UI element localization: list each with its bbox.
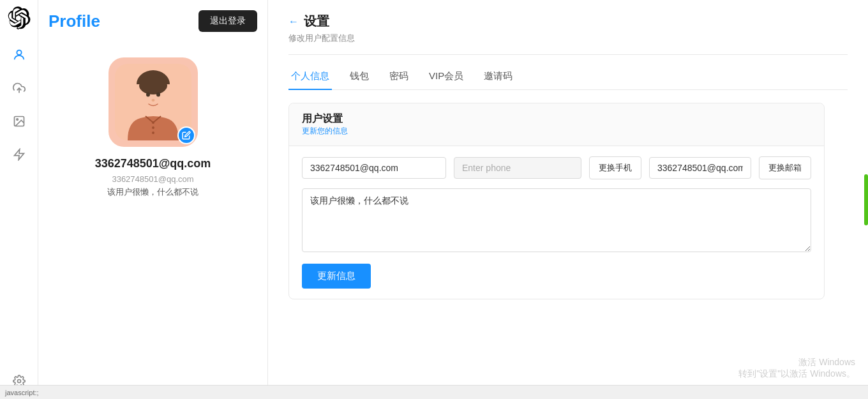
back-arrow[interactable]: ← xyxy=(288,16,299,27)
header-divider xyxy=(288,54,848,55)
bio-textarea[interactable]: 该用户很懒，什么都不说 xyxy=(302,188,811,252)
sidebar-item-profile[interactable] xyxy=(8,43,31,66)
page-nav: ← 设置 xyxy=(288,13,848,30)
email-input[interactable] xyxy=(302,157,446,179)
avatar-container xyxy=(108,57,198,147)
settings-card-body: 更换手机 更换邮箱 该用户很懒，什么都不说 更新信息 xyxy=(289,146,824,299)
svg-point-15 xyxy=(151,99,154,102)
tab-wallet[interactable]: 钱包 xyxy=(347,65,371,90)
page-title: 设置 xyxy=(304,13,329,30)
tab-vip[interactable]: VIP会员 xyxy=(426,65,466,90)
status-text: javascript:; xyxy=(5,389,39,396)
settings-card: 用户设置 更新您的信息 更换手机 更换邮箱 该用户很懒，什么都不说 更新信息 xyxy=(288,103,825,299)
svg-point-14 xyxy=(156,93,160,97)
profile-header: Profile 退出登录 xyxy=(49,10,257,32)
page-subtitle: 修改用户配置信息 xyxy=(288,33,848,44)
sidebar-item-lightning[interactable] xyxy=(8,143,31,166)
logo-icon[interactable] xyxy=(8,6,31,29)
update-info-button[interactable]: 更新信息 xyxy=(302,264,371,289)
change-email-button[interactable]: 更换邮箱 xyxy=(759,156,811,179)
svg-point-19 xyxy=(152,132,154,134)
svg-point-0 xyxy=(17,50,21,55)
email-change-input[interactable] xyxy=(649,157,751,179)
avatar-edit-badge[interactable] xyxy=(177,126,195,144)
profile-email-main: 3362748501@qq.com xyxy=(95,157,211,170)
settings-card-subtitle: 更新您的信息 xyxy=(302,126,811,137)
scrollbar-indicator[interactable] xyxy=(864,174,868,225)
status-bar: javascript:; xyxy=(0,385,868,399)
profile-title: Profile xyxy=(49,11,100,31)
svg-rect-16 xyxy=(148,107,158,117)
svg-point-3 xyxy=(16,119,17,121)
profile-bio: 该用户很懒，什么都不说 xyxy=(107,186,198,198)
tab-invite[interactable]: 邀请码 xyxy=(481,65,515,90)
svg-marker-4 xyxy=(14,149,24,160)
svg-point-13 xyxy=(146,93,150,97)
logout-button[interactable]: 退出登录 xyxy=(198,10,257,32)
svg-point-11 xyxy=(164,93,170,102)
profile-panel: Profile 退出登录 xyxy=(38,0,268,399)
sidebar xyxy=(0,0,38,399)
sidebar-item-upload[interactable] xyxy=(8,77,31,100)
sidebar-item-gallery[interactable] xyxy=(8,110,31,133)
svg-point-18 xyxy=(152,126,154,129)
phone-input[interactable] xyxy=(454,157,581,179)
svg-point-12 xyxy=(139,77,167,94)
settings-card-title: 用户设置 xyxy=(302,112,811,126)
tab-password[interactable]: 密码 xyxy=(387,65,411,90)
form-row-credentials: 更换手机 更换邮箱 xyxy=(302,156,811,179)
main-content: ← 设置 修改用户配置信息 个人信息 钱包 密码 VIP会员 邀请码 用户设置 … xyxy=(268,0,868,399)
tab-personal-info[interactable]: 个人信息 xyxy=(288,65,332,90)
svg-point-5 xyxy=(17,380,20,383)
svg-point-10 xyxy=(136,93,142,102)
profile-email-sub: 3362748501@qq.com xyxy=(112,174,193,184)
change-phone-button[interactable]: 更换手机 xyxy=(589,156,641,179)
settings-card-header: 用户设置 更新您的信息 xyxy=(289,103,824,146)
tabs: 个人信息 钱包 密码 VIP会员 邀请码 xyxy=(288,65,848,90)
